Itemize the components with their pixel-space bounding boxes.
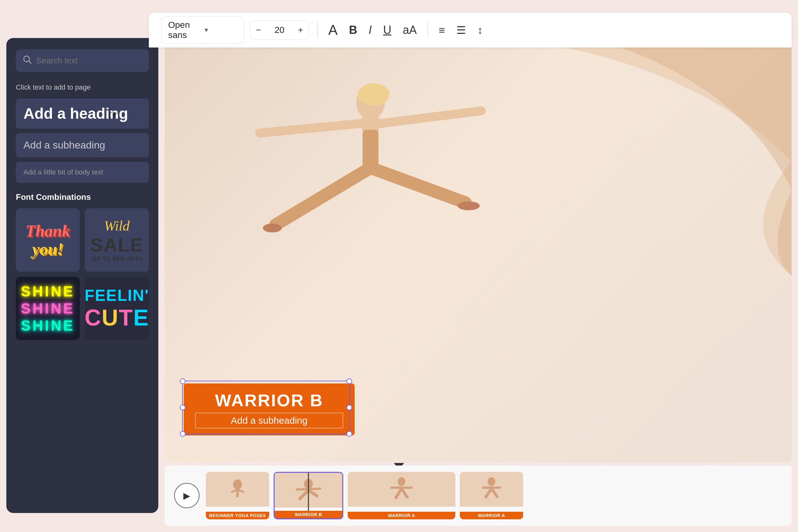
timeline-tracks: BEGINNER YOGA POSES WARRIOR B xyxy=(206,470,782,521)
svg-line-9 xyxy=(370,168,466,203)
toolbar-divider-1 xyxy=(317,22,318,38)
wild-sale-line1: Wild xyxy=(90,218,144,234)
search-box[interactable] xyxy=(16,50,149,72)
toolbar: Open sans ▾ − 20 + A B I U aA ≡ ☰ ↕ xyxy=(149,13,792,48)
font-combinations-label: Font Combinations xyxy=(16,192,149,202)
case-icon[interactable]: aA xyxy=(400,21,419,39)
timeline-thumb-2[interactable]: WARRIOR B xyxy=(273,472,343,519)
toolbar-divider-2 xyxy=(428,22,428,38)
svg-line-8 xyxy=(276,168,370,225)
playhead xyxy=(308,472,309,511)
font-size-decrease-button[interactable]: − xyxy=(250,21,266,40)
warrior-title: WARRIOR B xyxy=(195,391,343,410)
svg-line-23 xyxy=(401,489,408,498)
thumb-3-label: WARRIOR A xyxy=(348,512,455,519)
thank-you-line2: you! xyxy=(25,240,70,258)
thank-you-text: Thank you! xyxy=(25,222,70,258)
thank-you-line1: Thank xyxy=(25,222,70,240)
thumb-4-figure xyxy=(476,477,507,502)
wild-sale-line3: UP TO 50% OFF! xyxy=(90,256,144,263)
thumb-2-label: WARRIOR B xyxy=(274,511,342,518)
feelin-line1: FEELIN' xyxy=(85,286,149,305)
feelin-cute-combo[interactable]: FEELIN' CUTE xyxy=(85,277,149,340)
font-size-increase-button[interactable]: + xyxy=(292,21,308,40)
warrior-subtitle: Add a subheading xyxy=(195,413,343,429)
svg-point-20 xyxy=(398,477,405,486)
thumb-3-image xyxy=(348,472,455,507)
svg-point-12 xyxy=(233,479,242,490)
left-panel: Click text to add to page Add a heading … xyxy=(6,38,158,513)
timeline-thumb-4[interactable]: WARRIOR A xyxy=(460,472,523,519)
add-body-option[interactable]: Add a little bit of body text xyxy=(16,162,149,183)
thumb-1-label: BEGINNER YOGA POSES xyxy=(206,512,269,519)
svg-point-4 xyxy=(358,83,390,106)
list-icon[interactable]: ☰ xyxy=(454,21,468,39)
search-icon xyxy=(23,55,32,66)
timeline-thumb-3[interactable]: WARRIOR A xyxy=(348,472,455,519)
thank-you-combo[interactable]: Thank you! xyxy=(16,208,80,272)
feelin-line2: CUTE xyxy=(85,305,149,330)
underline-icon[interactable]: U xyxy=(381,21,394,39)
svg-point-24 xyxy=(488,477,495,486)
font-size-value: 20 xyxy=(269,25,289,35)
timeline-thumb-1[interactable]: BEGINNER YOGA POSES xyxy=(206,472,269,519)
thumb-1-figure xyxy=(222,477,253,502)
text-size-icon[interactable]: A xyxy=(326,20,340,40)
wild-sale-combo[interactable]: Wild SALE UP TO 50% OFF! xyxy=(85,208,149,272)
chevron-down-icon: ▾ xyxy=(205,26,237,34)
add-subheading-option[interactable]: Add a subheading xyxy=(16,133,149,157)
timeline: ▶ BEGINNER YOGA POSES xyxy=(165,466,792,526)
svg-line-18 xyxy=(299,490,308,500)
svg-line-1 xyxy=(29,61,31,63)
click-label: Click text to add to page xyxy=(16,83,149,92)
svg-line-5 xyxy=(260,124,361,133)
play-button[interactable]: ▶ xyxy=(174,483,200,508)
svg-line-22 xyxy=(395,489,401,499)
font-selector[interactable]: Open sans ▾ xyxy=(162,17,244,44)
canvas-area: WARRIOR B Add a subheading xyxy=(165,48,792,462)
play-icon: ▶ xyxy=(183,491,190,501)
svg-line-26 xyxy=(485,489,492,498)
wild-sale-text: Wild SALE UP TO 50% OFF! xyxy=(87,215,147,266)
shine-line2: SHINE xyxy=(21,300,75,317)
shine-text: SHINE SHINE SHINE xyxy=(21,283,75,334)
bold-icon[interactable]: B xyxy=(346,21,360,39)
search-input[interactable] xyxy=(36,56,142,65)
align-icon[interactable]: ≡ xyxy=(436,21,448,39)
wild-sale-line2: SALE xyxy=(90,234,144,256)
thumb-2-image xyxy=(274,473,342,508)
font-name: Open sans xyxy=(168,20,201,40)
warrior-text-block[interactable]: WARRIOR B Add a subheading xyxy=(184,383,355,435)
shine-line3: SHINE xyxy=(21,317,75,334)
feelin-cute-text: FEELIN' CUTE xyxy=(85,286,149,330)
font-size-control: − 20 + xyxy=(250,20,309,40)
svg-point-10 xyxy=(263,224,282,232)
italic-icon[interactable]: I xyxy=(366,21,374,39)
add-heading-option[interactable]: Add a heading xyxy=(16,98,149,129)
svg-line-6 xyxy=(380,111,481,124)
thumb-3-figure xyxy=(378,477,425,502)
thumb-1-image xyxy=(206,472,269,507)
yoga-figure xyxy=(228,60,513,250)
thumb-4-image xyxy=(460,472,523,507)
spacing-icon[interactable]: ↕ xyxy=(475,21,485,39)
svg-line-27 xyxy=(492,489,498,497)
canvas-image: WARRIOR B Add a subheading xyxy=(165,48,792,462)
svg-point-11 xyxy=(458,202,480,210)
thumb-4-label: WARRIOR A xyxy=(460,512,523,519)
svg-line-19 xyxy=(308,490,318,496)
shine-line1: SHINE xyxy=(21,283,75,300)
shine-combo[interactable]: SHINE SHINE SHINE xyxy=(16,277,80,340)
font-combos-grid: Thank you! Wild SALE UP TO 50% OFF! SHIN… xyxy=(16,208,149,340)
